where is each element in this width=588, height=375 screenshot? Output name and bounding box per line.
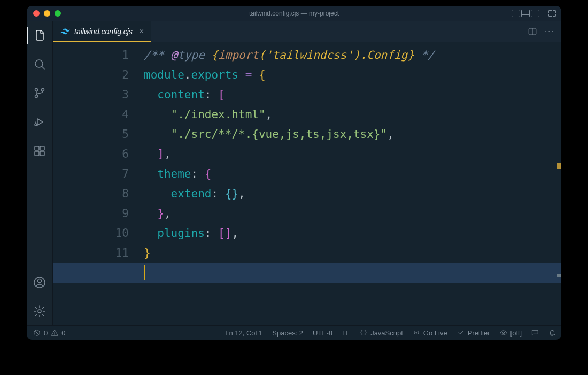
code-line[interactable]: /** @type {import('tailwindcss').Config}… [144, 45, 561, 65]
extensions-icon [33, 144, 46, 157]
customize-layout-button[interactable] [548, 10, 556, 17]
source-code[interactable]: /** @type {import('tailwindcss').Config}… [144, 42, 561, 325]
account-icon [33, 276, 46, 289]
code-line-current[interactable] [53, 263, 561, 283]
editor-more-actions-button[interactable]: ··· [545, 27, 555, 36]
extensions-activity[interactable] [27, 141, 52, 160]
cursor-position-status[interactable]: Ln 12, Col 1 [225, 329, 262, 337]
tab-filename: tailwind.config.cjs [74, 27, 133, 36]
line-number: 10 [53, 224, 129, 243]
explorer-activity[interactable] [27, 26, 52, 45]
encoding-status[interactable]: UTF-8 [313, 329, 332, 337]
window-title: tailwind.config.cjs — my-project [27, 10, 561, 17]
close-window-button[interactable] [33, 10, 40, 17]
editor-window: tailwind.config.cjs — my-project [27, 6, 561, 340]
line-number: 7 [53, 164, 129, 184]
braces-icon [360, 329, 367, 336]
line-number: 6 [53, 144, 129, 164]
eye-icon [500, 329, 507, 336]
language-mode-status[interactable]: JavaScript [360, 329, 403, 337]
debug-icon [33, 116, 46, 128]
line-number: 11 [53, 243, 129, 263]
overview-ruler[interactable] [554, 42, 561, 325]
code-line[interactable]: extend: {}, [144, 184, 561, 204]
status-bar: 0 0 Ln 12, Col 1 Spaces: 2 UTF-8 LF Java… [27, 325, 561, 340]
search-icon [33, 58, 46, 71]
code-line[interactable]: }, [144, 204, 561, 224]
check-icon [457, 329, 465, 336]
indentation-status[interactable]: Spaces: 2 [272, 329, 303, 337]
line-number: 1 [53, 45, 129, 65]
svg-point-11 [38, 310, 41, 313]
svg-rect-7 [35, 151, 39, 156]
text-cursor [144, 265, 145, 280]
go-live-status[interactable]: Go Live [413, 329, 447, 337]
minimize-window-button[interactable] [44, 10, 50, 17]
toggle-secondary-sidebar-button[interactable] [531, 10, 539, 17]
files-icon [33, 29, 46, 42]
warning-icon [51, 329, 58, 336]
code-line[interactable]: ], [144, 144, 561, 164]
split-editor-button[interactable] [528, 27, 537, 36]
svg-rect-5 [35, 146, 39, 150]
line-number: 9 [53, 204, 129, 224]
titlebar-layout-controls [512, 6, 556, 21]
screencast-status[interactable]: [off] [500, 329, 522, 337]
line-number: 8 [53, 184, 129, 204]
tab-bar: tailwind.config.cjs × ··· [53, 21, 561, 42]
overview-marker [557, 163, 561, 169]
code-line[interactable]: } [144, 243, 561, 263]
svg-point-10 [38, 279, 42, 283]
error-icon [33, 329, 41, 336]
run-debug-activity[interactable] [27, 112, 52, 132]
problems-status[interactable]: 0 0 [33, 329, 65, 337]
code-line[interactable]: module.exports = { [144, 65, 561, 85]
source-control-activity[interactable] [27, 83, 52, 103]
svg-point-15 [502, 332, 505, 334]
line-number: 5 [53, 125, 129, 144]
settings-activity[interactable] [27, 302, 52, 321]
branch-icon [33, 87, 46, 100]
eol-status[interactable]: LF [342, 329, 350, 337]
line-number: 3 [53, 85, 129, 105]
close-tab-button[interactable]: × [139, 27, 144, 36]
bell-icon[interactable] [548, 329, 556, 336]
code-line[interactable]: "./src/**/*.{vue,js,ts,jsx,tsx}", [144, 125, 561, 144]
code-line[interactable]: theme: { [144, 164, 561, 184]
code-line[interactable]: plugins: [], [144, 224, 561, 243]
overview-marker [557, 274, 561, 277]
line-number: 4 [53, 105, 129, 125]
tab-tailwind-config[interactable]: tailwind.config.cjs × [53, 21, 151, 42]
svg-point-14 [416, 332, 417, 333]
line-number: 2 [53, 65, 129, 85]
broadcast-icon [413, 329, 420, 336]
feedback-icon[interactable] [531, 329, 539, 336]
accounts-activity[interactable] [27, 273, 52, 292]
search-activity[interactable] [27, 55, 52, 74]
gear-icon [33, 305, 46, 318]
toggle-primary-sidebar-button[interactable] [512, 10, 520, 17]
svg-rect-6 [40, 146, 44, 150]
code-editor[interactable]: 1 2 3 4 5 6 7 8 9 10 11 12 /** @type {im… [53, 42, 561, 325]
titlebar: tailwind.config.cjs — my-project [27, 6, 561, 21]
svg-rect-8 [40, 151, 44, 156]
editor-area: tailwind.config.cjs × ··· 1 2 3 4 [53, 21, 561, 325]
prettier-status[interactable]: Prettier [457, 329, 490, 337]
code-line[interactable]: content: [ [144, 85, 561, 105]
code-line[interactable]: "./index.html", [144, 105, 561, 125]
traffic-lights [33, 10, 61, 17]
activity-bar [27, 21, 53, 325]
tailwind-icon [60, 28, 70, 35]
fullscreen-window-button[interactable] [55, 10, 61, 17]
toggle-panel-button[interactable] [521, 10, 530, 17]
